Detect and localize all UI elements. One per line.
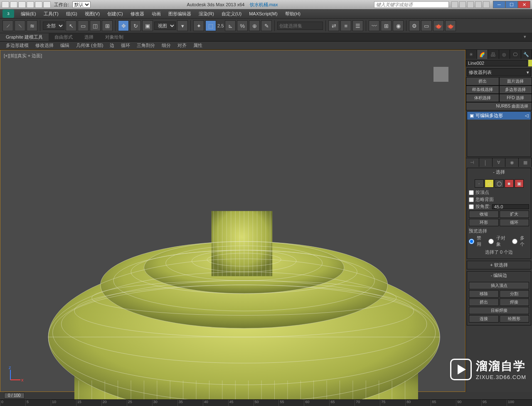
modbtn-splinesel[interactable]: 样条线选择 [466, 86, 499, 94]
material-editor-icon[interactable]: ◉ [393, 20, 404, 31]
btn-split[interactable]: 分割 [500, 290, 530, 298]
btn-target-weld[interactable]: 目标焊接 [469, 307, 529, 314]
menu-edit[interactable]: 编辑(E) [17, 10, 39, 18]
selection-filter-dropdown[interactable]: 全部 [43, 22, 64, 30]
help-icon[interactable] [483, 1, 490, 8]
qat-undo-icon[interactable] [27, 1, 34, 8]
viewport[interactable]: [+][前][真实 + 边面] [0, 50, 466, 392]
qat-open-icon[interactable] [10, 1, 17, 8]
so-vertex-icon[interactable]: · [475, 179, 484, 188]
radio-multi[interactable] [512, 239, 517, 244]
tab-graphite[interactable]: Graphite 建模工具 [0, 33, 49, 41]
snap-icon[interactable]: ⬚ [205, 20, 216, 31]
infocenter-icon[interactable] [451, 1, 458, 8]
viewcube[interactable] [433, 67, 448, 82]
render-prod-icon[interactable]: 🫖 [445, 20, 456, 31]
help-search-input[interactable] [374, 1, 449, 8]
btn-remove[interactable]: 移除 [469, 290, 499, 298]
menu-group[interactable]: 组(G) [63, 10, 81, 18]
modifier-stack[interactable]: ▣ 可编辑多边形 ◁ [467, 111, 531, 157]
render-frame-icon[interactable]: ▭ [421, 20, 432, 31]
select-name-icon[interactable]: ▭ [78, 20, 89, 31]
bind-icon[interactable]: ≋ [27, 20, 37, 31]
tab-selection[interactable]: 选择 [79, 33, 99, 41]
app-menu-icon[interactable]: 3 [2, 10, 14, 18]
pivot-icon[interactable]: ▾ [177, 20, 188, 31]
modbtn-volsel[interactable]: 体积选择 [466, 94, 499, 102]
favorites-icon[interactable] [475, 1, 482, 8]
rollout-selection-header[interactable]: 选择 [467, 168, 531, 176]
ribbon-subdiv[interactable]: 细分 [159, 42, 173, 49]
so-polygon-icon[interactable]: ■ [505, 179, 514, 188]
percent-snap-icon[interactable]: % [237, 20, 248, 31]
ribbon-polymodel[interactable]: 多边形建模 [3, 42, 31, 49]
tab-create-icon[interactable]: ✳ [466, 50, 477, 59]
modifier-list-dropdown[interactable]: 修改器列表▾ [467, 68, 531, 76]
menu-render[interactable]: 渲染(R) [195, 10, 217, 18]
object-name-input[interactable] [466, 60, 527, 66]
move-icon[interactable]: ✥ [118, 20, 129, 31]
ref-coord-dropdown[interactable]: 视图 [154, 22, 176, 30]
ribbon-edit[interactable]: 编辑 [58, 42, 72, 49]
workspace-dropdown[interactable]: 默认 [72, 1, 91, 8]
make-unique-icon[interactable]: ∀ [493, 158, 506, 167]
so-border-icon[interactable]: ◯ [495, 179, 504, 188]
modbtn-polysel[interactable]: 多边形选择 [499, 86, 532, 94]
unlink-icon[interactable]: ⟍ [15, 20, 25, 31]
remove-mod-icon[interactable]: ◉ [505, 158, 519, 167]
link-icon[interactable]: ⟋ [2, 20, 13, 31]
qat-link-icon[interactable] [43, 1, 51, 8]
window-crossing-icon[interactable]: ⊞ [102, 20, 113, 31]
rotate-icon[interactable]: ↻ [130, 20, 141, 31]
align-icon[interactable]: ≡ [340, 20, 351, 31]
render-icon[interactable]: 🫖 [433, 20, 444, 31]
menu-customize[interactable]: 自定义(U) [218, 10, 245, 18]
qat-save-icon[interactable] [18, 1, 26, 8]
qat-redo-icon[interactable] [35, 1, 42, 8]
tab-modify-icon[interactable]: 🌈 [477, 50, 488, 59]
tab-hierarchy-icon[interactable]: 品 [488, 50, 499, 59]
btn-weld[interactable]: 焊接 [500, 298, 530, 306]
so-element-icon[interactable]: ▣ [515, 179, 524, 188]
btn-connect[interactable]: 连接 [469, 315, 499, 323]
so-edge-icon[interactable]: ◁ [485, 179, 494, 188]
menu-graph[interactable]: 图形编辑器 [165, 10, 195, 18]
track-bar[interactable]: 0 5 10 15 20 25 30 35 40 45 50 55 60 65 … [0, 399, 532, 406]
modbtn-nurbs[interactable]: NURBS 曲面选择 [466, 102, 532, 110]
ribbon-modsel[interactable]: 修改选择 [33, 42, 56, 49]
minimize-button[interactable]: ─ [493, 1, 505, 8]
radio-subobj[interactable] [488, 239, 494, 244]
scale-icon[interactable]: ▣ [142, 20, 153, 31]
menu-modifiers[interactable]: 修改器 [127, 10, 148, 18]
btn-extrude-edge[interactable]: 挤出 [469, 298, 499, 306]
pin-stack-icon[interactable]: ⊣ [466, 158, 479, 167]
btn-insert-vertex[interactable]: 插入顶点 [469, 282, 529, 289]
ribbon-tri[interactable]: 三角剖分 [134, 42, 158, 49]
btn-grow[interactable]: 扩大 [500, 210, 530, 218]
subscription-icon[interactable] [459, 1, 466, 8]
btn-loop[interactable]: 循环 [500, 219, 530, 226]
tab-motion-icon[interactable]: ◎ [499, 50, 510, 59]
angle-spinner[interactable] [492, 204, 529, 209]
mirror-icon[interactable]: ⇄ [328, 20, 339, 31]
schematic-icon[interactable]: ⊞ [381, 20, 392, 31]
named-selection-input[interactable] [277, 22, 323, 30]
ribbon-edge[interactable]: 边 [107, 42, 117, 49]
tab-display-icon[interactable]: 🖵 [510, 50, 521, 59]
exchange-icon[interactable] [467, 1, 474, 8]
radio-disable[interactable] [469, 239, 474, 244]
btn-draw-shape[interactable]: 绘图形 [500, 315, 530, 323]
menu-view[interactable]: 视图(V) [81, 10, 103, 18]
chk-by-vertex[interactable] [469, 190, 474, 195]
configure-icon[interactable]: ▦ [519, 158, 532, 167]
object-color-swatch[interactable] [528, 60, 532, 66]
btn-shrink[interactable]: 收缩 [469, 210, 499, 218]
maximize-button[interactable]: ☐ [505, 1, 518, 8]
stack-expand-icon[interactable]: ▣ [470, 113, 474, 118]
modbtn-patchsel[interactable]: 面片选择 [499, 77, 532, 86]
close-button[interactable]: ✕ [518, 1, 530, 8]
menu-tools[interactable]: 工具(T) [40, 10, 62, 18]
btn-ring[interactable]: 环形 [469, 219, 499, 226]
ribbon-align[interactable]: 对齐 [175, 42, 189, 49]
menu-maxscript[interactable]: MAXScript(M) [246, 10, 281, 17]
